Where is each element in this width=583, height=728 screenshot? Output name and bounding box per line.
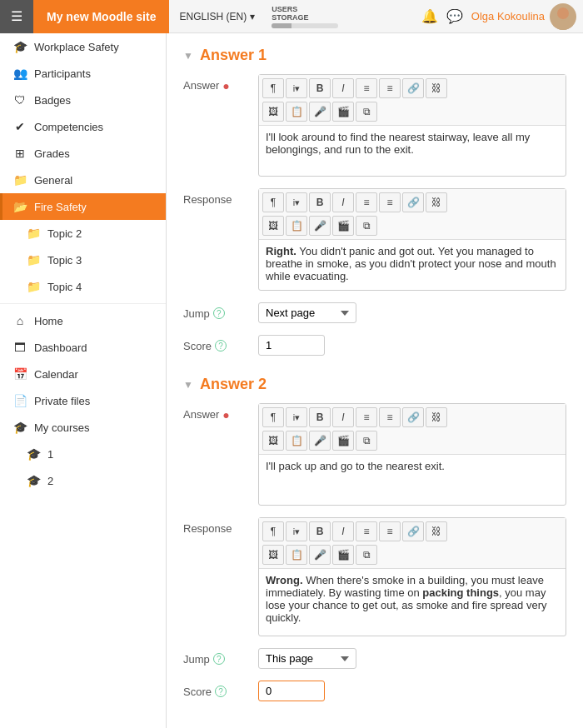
tb-btn-italic-1r[interactable]: I bbox=[332, 192, 354, 212]
tb-btn-clipboard-2a[interactable]: 📋 bbox=[286, 431, 307, 451]
sidebar-item-badges[interactable]: 🛡 Badges bbox=[0, 87, 166, 113]
tb-btn-unlink-1a[interactable]: ⛓ bbox=[426, 78, 447, 98]
tb-btn-embed-1a[interactable]: ⧉ bbox=[356, 102, 377, 122]
language-label: ENGLISH (EN) bbox=[179, 11, 247, 22]
tb-btn-paragraph-2r[interactable]: ¶ bbox=[262, 521, 284, 541]
tb-btn-ul-2r[interactable]: ≡ bbox=[356, 521, 377, 541]
tb-btn-paragraph-1a[interactable]: ¶ bbox=[262, 78, 284, 98]
tb-btn-link-2a[interactable]: 🔗 bbox=[402, 407, 424, 427]
sidebar-item-grades[interactable]: ⊞ Grades bbox=[0, 140, 166, 167]
answer-2-answer-body[interactable]: I'll pack up and go to the nearest exit. bbox=[259, 455, 566, 505]
tb-btn-italic-2r[interactable]: I bbox=[332, 521, 354, 541]
tb-btn-audio-2a[interactable]: 🎤 bbox=[309, 431, 331, 451]
score-help-icon-1[interactable]: ? bbox=[215, 340, 227, 352]
tb-btn-link-1r[interactable]: 🔗 bbox=[402, 192, 424, 212]
tb-btn-image-2r[interactable]: 🖼 bbox=[262, 545, 284, 565]
tb-btn-embed-1r[interactable]: ⧉ bbox=[356, 216, 377, 236]
tb-btn-ul-1a[interactable]: ≡ bbox=[356, 78, 377, 98]
tb-btn-bold-1r[interactable]: B bbox=[309, 192, 331, 212]
menu-button[interactable]: ☰ bbox=[0, 0, 33, 33]
tb-btn-audio-1r[interactable]: 🎤 bbox=[309, 216, 331, 236]
answer-1-score-input[interactable] bbox=[258, 335, 325, 356]
sidebar-item-calendar[interactable]: 📅 Calendar bbox=[0, 361, 166, 387]
answer-1-jump-field: Next page This page Previous page End of… bbox=[258, 302, 566, 323]
tb-btn-audio-1a[interactable]: 🎤 bbox=[309, 102, 331, 122]
tb-btn-ol-2a[interactable]: ≡ bbox=[379, 407, 401, 427]
collapse-icon-2[interactable]: ▼ bbox=[183, 379, 193, 391]
answer-2-score-input[interactable] bbox=[258, 681, 325, 701]
tb-btn-ol-2r[interactable]: ≡ bbox=[379, 521, 401, 541]
answer-2-jump-select[interactable]: Next page This page Previous page End of… bbox=[258, 648, 356, 669]
tb-btn-info-1a[interactable]: i▾ bbox=[286, 78, 307, 98]
sidebar-item-workplace-safety[interactable]: 🎓 Workplace Safety bbox=[0, 33, 166, 60]
sidebar-item-participants[interactable]: 👥 Participants bbox=[0, 60, 166, 87]
tb-btn-bold-2a[interactable]: B bbox=[309, 407, 331, 427]
tb-btn-image-1r[interactable]: 🖼 bbox=[262, 216, 284, 236]
tb-btn-video-2r[interactable]: 🎬 bbox=[332, 545, 354, 565]
sidebar-item-topic-3[interactable]: 📁 Topic 3 bbox=[0, 247, 166, 273]
svg-point-1 bbox=[553, 20, 573, 30]
message-icon[interactable]: 💬 bbox=[446, 8, 463, 24]
tb-btn-unlink-2a[interactable]: ⛓ bbox=[426, 407, 447, 427]
tb-btn-image-2a[interactable]: 🖼 bbox=[262, 431, 284, 451]
score-help-icon-2[interactable]: ? bbox=[215, 686, 227, 697]
sidebar-item-fire-safety[interactable]: 📂 Fire Safety bbox=[0, 193, 166, 220]
tb-btn-bold-1a[interactable]: B bbox=[309, 78, 331, 98]
collapse-icon-1[interactable]: ▼ bbox=[183, 50, 193, 62]
tb-btn-video-2a[interactable]: 🎬 bbox=[332, 431, 354, 451]
tb-btn-unlink-2r[interactable]: ⛓ bbox=[426, 521, 447, 541]
tb-btn-video-1a[interactable]: 🎬 bbox=[332, 102, 354, 122]
sidebar-item-dashboard[interactable]: 🗖 Dashboard bbox=[0, 334, 166, 361]
sidebar-item-topic-4[interactable]: 📁 Topic 4 bbox=[0, 273, 166, 300]
notification-bell-icon[interactable]: 🔔 bbox=[421, 8, 438, 24]
user-menu[interactable]: Olga Kokoulina bbox=[471, 3, 576, 30]
tb-btn-video-1r[interactable]: 🎬 bbox=[332, 216, 354, 236]
sidebar-item-home[interactable]: ⌂ Home bbox=[0, 307, 166, 334]
answer-2-score-label: Score ? bbox=[183, 681, 258, 701]
answer-1-response-body[interactable]: Right. You didn't panic and got out. Yet… bbox=[259, 240, 566, 290]
site-name[interactable]: My new Moodle site bbox=[33, 0, 169, 33]
tb-btn-audio-2r[interactable]: 🎤 bbox=[309, 545, 331, 565]
topbar-icons: 🔔 💬 Olga Kokoulina bbox=[415, 3, 583, 30]
tb-btn-italic-2a[interactable]: I bbox=[332, 407, 354, 427]
sidebar-item-competencies[interactable]: ✔ Competencies bbox=[0, 113, 166, 140]
tb-btn-embed-2r[interactable]: ⧉ bbox=[356, 545, 377, 565]
tb-btn-image-1a[interactable]: 🖼 bbox=[262, 102, 284, 122]
jump-help-icon-2[interactable]: ? bbox=[213, 653, 225, 665]
language-selector[interactable]: ENGLISH (EN) ▾ bbox=[169, 11, 265, 22]
tb-btn-clipboard-2r[interactable]: 📋 bbox=[286, 545, 307, 565]
sidebar-item-general[interactable]: 📁 General bbox=[0, 167, 166, 193]
sidebar-item-course-1[interactable]: 🎓 1 bbox=[0, 441, 166, 467]
answer-1-answer-body[interactable]: I'll look around to find the nearest sta… bbox=[259, 126, 566, 176]
tb-btn-paragraph-1r[interactable]: ¶ bbox=[262, 192, 284, 212]
required-icon-2: ● bbox=[222, 408, 229, 421]
tb-btn-paragraph-2a[interactable]: ¶ bbox=[262, 407, 284, 427]
tb-btn-italic-1a[interactable]: I bbox=[332, 78, 354, 98]
tb-btn-ul-2a[interactable]: ≡ bbox=[356, 407, 377, 427]
tb-btn-info-2r[interactable]: i▾ bbox=[286, 521, 307, 541]
tb-btn-ol-1a[interactable]: ≡ bbox=[379, 78, 401, 98]
tb-btn-bold-2r[interactable]: B bbox=[309, 521, 331, 541]
tb-btn-ul-1r[interactable]: ≡ bbox=[356, 192, 377, 212]
sidebar-item-course-2[interactable]: 🎓 2 bbox=[0, 467, 166, 494]
sidebar-label-badges: Badges bbox=[34, 94, 71, 107]
tb-btn-clipboard-1r[interactable]: 📋 bbox=[286, 216, 307, 236]
jump-help-icon-1[interactable]: ? bbox=[213, 307, 225, 319]
tb-btn-ol-1r[interactable]: ≡ bbox=[379, 192, 401, 212]
folder-icon: 📁 bbox=[12, 173, 27, 187]
sidebar-item-private-files[interactable]: 📄 Private files bbox=[0, 387, 166, 414]
sidebar-item-topic-2[interactable]: 📁 Topic 2 bbox=[0, 220, 166, 247]
tb-btn-link-2r[interactable]: 🔗 bbox=[402, 521, 424, 541]
answer-2-response-body[interactable]: Wrong. When there's smoke in a building,… bbox=[259, 569, 566, 636]
tb-btn-info-2a[interactable]: i▾ bbox=[286, 407, 307, 427]
folder-icon-topic3: 📁 bbox=[26, 253, 41, 267]
sidebar-item-my-courses[interactable]: 🎓 My courses bbox=[0, 414, 166, 441]
answer-1-jump-select[interactable]: Next page This page Previous page End of… bbox=[258, 302, 356, 323]
tb-btn-clipboard-1a[interactable]: 📋 bbox=[286, 102, 307, 122]
tb-btn-embed-2a[interactable]: ⧉ bbox=[356, 431, 377, 451]
sidebar-divider bbox=[0, 303, 166, 304]
answer-2-answer-text: I'll pack up and go to the nearest exit. bbox=[266, 460, 445, 472]
tb-btn-info-1r[interactable]: i▾ bbox=[286, 192, 307, 212]
tb-btn-unlink-1r[interactable]: ⛓ bbox=[426, 192, 447, 212]
tb-btn-link-1a[interactable]: 🔗 bbox=[402, 78, 424, 98]
